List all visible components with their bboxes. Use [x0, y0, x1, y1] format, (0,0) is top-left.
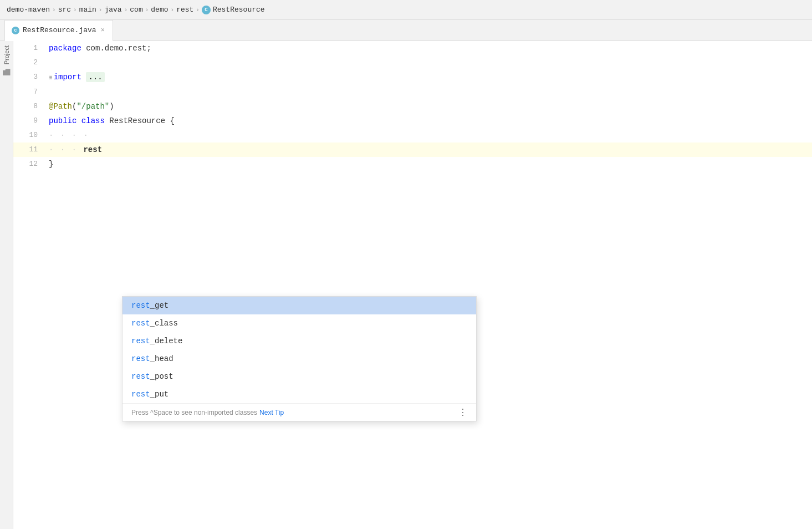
code-line-1: 1 package com.demo.rest;: [13, 41, 812, 55]
line-num-10: 10: [13, 128, 47, 143]
autocomplete-dropdown[interactable]: rest_get rest_class rest_delete rest_hea…: [122, 296, 477, 421]
autocomplete-item-rest-delete[interactable]: rest_delete: [122, 332, 476, 350]
code-line-10: 10 · · · ·: [13, 128, 812, 143]
line-num-11: 11: [13, 143, 47, 157]
breadcrumb-sep-4: ›: [124, 7, 128, 13]
code-content-9: public class RestResource {: [47, 114, 812, 128]
code-line-9: 9 public class RestResource {: [13, 114, 812, 128]
line-num-8: 8: [13, 99, 47, 114]
autocomplete-item-rest-class[interactable]: rest_class: [122, 314, 476, 332]
sidebar-folder-icon[interactable]: [3, 69, 11, 75]
code-line-11: 11 · · · rest: [13, 143, 812, 157]
line-num-7: 7: [13, 85, 47, 99]
autocomplete-suffix-5: _put: [150, 390, 169, 399]
code-line-7: 7: [13, 85, 812, 99]
autocomplete-prefix-4: rest: [131, 372, 150, 381]
tab-label: RestResource.java: [23, 26, 96, 34]
breadcrumb-restresource[interactable]: RestResource: [213, 6, 265, 14]
footer-tip-text: Press ^Space to see non-imported classes: [131, 409, 257, 416]
line-num-2: 2: [13, 55, 47, 70]
code-line-12: 12 }: [13, 157, 812, 171]
code-content-12: }: [47, 157, 812, 171]
tab-restresource[interactable]: C RestResource.java ×: [4, 20, 113, 41]
code-line-8: 8 @Path("/path"): [13, 99, 812, 114]
code-content-11: · · · rest: [47, 143, 812, 157]
breadcrumb-sep-5: ›: [145, 7, 149, 13]
code-content-8: @Path("/path"): [47, 99, 812, 114]
autocomplete-item-rest-post[interactable]: rest_post: [122, 368, 476, 385]
breadcrumb-src[interactable]: src: [58, 6, 71, 14]
code-content-3: ⊞import ...: [47, 70, 812, 85]
autocomplete-prefix-0: rest: [131, 301, 150, 310]
more-options-icon[interactable]: ⋮: [458, 407, 467, 418]
breadcrumb-sep-7: ›: [196, 7, 200, 13]
autocomplete-suffix-0: _get: [150, 301, 169, 310]
breadcrumb-main[interactable]: main: [79, 6, 96, 14]
fold-icon-3[interactable]: ⊞: [49, 74, 53, 81]
autocomplete-suffix-1: _class: [150, 319, 178, 328]
breadcrumb-com[interactable]: com: [130, 6, 142, 14]
breadcrumb-demo[interactable]: demo: [151, 6, 168, 14]
breadcrumb-demo-maven[interactable]: demo-maven: [7, 6, 50, 14]
breadcrumb-sep-6: ›: [171, 7, 175, 13]
sidebar-project-label[interactable]: Project: [3, 45, 10, 64]
code-content-1: package com.demo.rest;: [47, 41, 812, 55]
autocomplete-prefix-2: rest: [131, 337, 150, 345]
main-layout: Project 1 package com.demo.rest; 2 3 ⊞im…: [0, 41, 812, 529]
autocomplete-item-rest-put[interactable]: rest_put: [122, 385, 476, 403]
autocomplete-prefix-1: rest: [131, 319, 150, 328]
autocomplete-prefix-5: rest: [131, 390, 150, 399]
tab-bar: C RestResource.java ×: [0, 20, 812, 41]
breadcrumb-sep-1: ›: [52, 7, 56, 13]
line-num-3: 3: [13, 70, 47, 84]
autocomplete-item-rest-get[interactable]: rest_get: [122, 297, 476, 314]
code-area: 1 package com.demo.rest; 2 3 ⊞import ...…: [13, 41, 812, 171]
autocomplete-suffix-4: _post: [150, 372, 173, 381]
line-num-9: 9: [13, 114, 47, 128]
autocomplete-suffix-2: _delete: [150, 337, 183, 345]
code-line-3: 3 ⊞import ...: [13, 70, 812, 85]
sidebar: Project: [0, 41, 13, 529]
breadcrumb-sep-2: ›: [73, 7, 77, 13]
autocomplete-suffix-3: _head: [150, 354, 173, 363]
tab-close-button[interactable]: ×: [100, 27, 106, 34]
code-content-10: · · · ·: [47, 128, 812, 143]
code-line-2: 2: [13, 55, 812, 70]
line-num-12: 12: [13, 157, 47, 171]
next-tip-link[interactable]: Next Tip: [259, 409, 284, 416]
autocomplete-item-rest-head[interactable]: rest_head: [122, 350, 476, 368]
class-icon-breadcrumb: C: [202, 6, 211, 14]
breadcrumb-sep-3: ›: [99, 7, 103, 13]
breadcrumb: demo-maven › src › main › java › com › d…: [0, 0, 812, 20]
breadcrumb-rest[interactable]: rest: [176, 6, 193, 14]
autocomplete-prefix-3: rest: [131, 354, 150, 363]
breadcrumb-java[interactable]: java: [104, 6, 121, 14]
tab-class-icon: C: [12, 27, 19, 34]
line-num-1: 1: [13, 41, 47, 55]
autocomplete-footer: Press ^Space to see non-imported classes…: [122, 403, 476, 421]
editor-area[interactable]: 1 package com.demo.rest; 2 3 ⊞import ...…: [13, 41, 812, 529]
